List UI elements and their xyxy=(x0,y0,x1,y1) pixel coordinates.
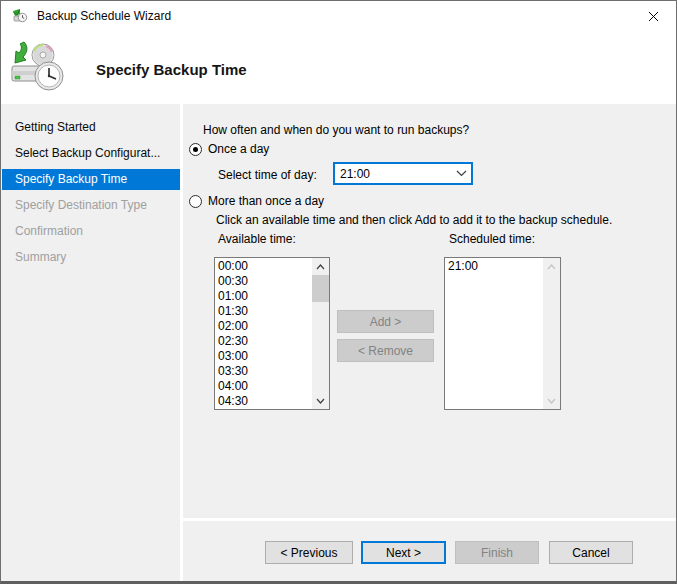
backup-drive-clock-icon xyxy=(10,40,66,94)
title-bar[interactable]: Backup Schedule Wizard xyxy=(1,1,676,31)
sidebar-item-specify-backup-time[interactable]: Specify Backup Time xyxy=(2,169,180,190)
finish-button[interactable]: Finish xyxy=(455,541,539,564)
time-option[interactable]: 02:30 xyxy=(215,334,312,349)
wizard-steps-nav: Getting Started Select Backup Configurat… xyxy=(2,114,180,270)
sidebar-item-summary: Summary xyxy=(2,244,180,270)
time-option[interactable]: 04:30 xyxy=(215,394,312,409)
time-of-day-combobox[interactable]: 21:00 xyxy=(333,162,473,185)
window-title: Backup Schedule Wizard xyxy=(37,1,171,31)
next-button[interactable]: Next > xyxy=(361,541,446,564)
more-than-once-radio[interactable] xyxy=(189,195,202,208)
wizard-header: Specify Backup Time xyxy=(1,31,676,104)
scroll-up-icon xyxy=(543,258,560,275)
add-button[interactable]: Add > xyxy=(337,310,434,333)
time-option[interactable]: 00:00 xyxy=(215,259,312,274)
more-than-once-label[interactable]: More than once a day xyxy=(208,194,324,208)
scroll-down-icon[interactable] xyxy=(312,392,329,409)
remove-button[interactable]: < Remove xyxy=(337,339,434,362)
previous-button[interactable]: < Previous xyxy=(265,541,353,564)
chevron-down-icon[interactable] xyxy=(451,170,471,177)
time-option[interactable]: 01:30 xyxy=(215,304,312,319)
available-time-listbox[interactable]: 00:0000:3001:0001:3002:0002:3003:0003:30… xyxy=(214,257,330,410)
time-option[interactable]: 21:00 xyxy=(445,259,543,274)
scrollbar-thumb[interactable] xyxy=(312,275,329,302)
sidebar-item-specify-destination-type: Specify Destination Type xyxy=(2,192,180,218)
scroll-down-icon xyxy=(543,392,560,409)
sidebar-item-select-backup-configuration[interactable]: Select Backup Configurat... xyxy=(2,140,180,166)
time-option[interactable]: 00:30 xyxy=(215,274,312,289)
footer-divider xyxy=(183,518,676,521)
scheduled-time-label: Scheduled time: xyxy=(449,232,535,246)
scroll-up-icon[interactable] xyxy=(312,258,329,275)
time-option[interactable]: 04:00 xyxy=(215,379,312,394)
time-option[interactable]: 03:00 xyxy=(215,349,312,364)
close-icon[interactable] xyxy=(631,1,676,31)
scheduled-scrollbar xyxy=(543,258,560,409)
available-scrollbar[interactable] xyxy=(312,258,329,409)
scheduled-time-listbox[interactable]: 21:00 xyxy=(444,257,561,410)
page-title: Specify Backup Time xyxy=(96,61,247,78)
backup-schedule-wizard-window: Backup Schedule Wizard xyxy=(0,0,677,584)
time-option[interactable]: 03:30 xyxy=(215,364,312,379)
select-time-of-day-label: Select time of day: xyxy=(218,168,317,182)
available-time-list[interactable]: 00:0000:3001:0001:3002:0002:3003:0003:30… xyxy=(215,258,312,409)
sidebar-item-confirmation: Confirmation xyxy=(2,218,180,244)
time-option[interactable]: 02:00 xyxy=(215,319,312,334)
time-option[interactable]: 01:00 xyxy=(215,289,312,304)
available-time-label: Available time: xyxy=(218,232,296,246)
scheduled-time-list[interactable]: 21:00 xyxy=(445,258,543,409)
question-text: How often and when do you want to run ba… xyxy=(203,123,469,137)
time-of-day-value: 21:00 xyxy=(335,167,451,181)
once-a-day-radio[interactable] xyxy=(189,143,202,156)
once-a-day-label[interactable]: Once a day xyxy=(208,142,269,156)
backup-schedule-icon xyxy=(11,8,28,25)
cancel-button[interactable]: Cancel xyxy=(549,541,633,564)
sidebar-item-getting-started[interactable]: Getting Started xyxy=(2,114,180,140)
sidebar-divider xyxy=(180,104,183,581)
instruction-text: Click an available time and then click A… xyxy=(216,213,612,227)
